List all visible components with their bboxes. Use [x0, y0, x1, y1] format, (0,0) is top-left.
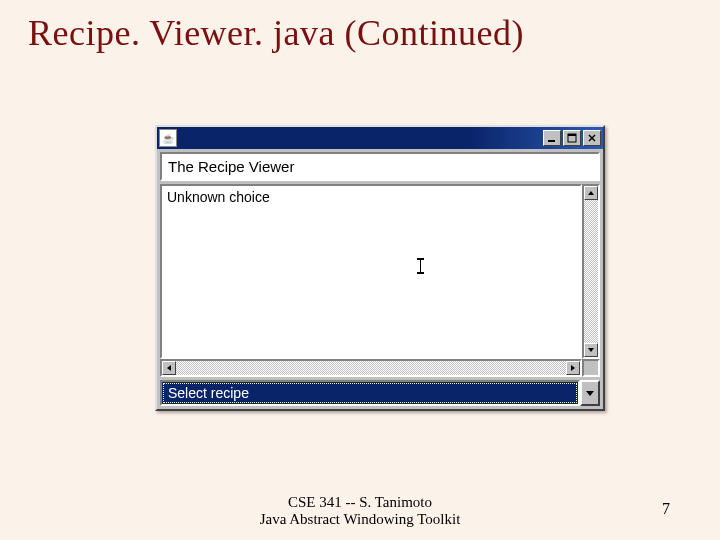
recipe-textarea[interactable]: Unknown choice — [160, 184, 582, 359]
textarea-container: Unknown choice — [160, 184, 600, 359]
select-value: Select recipe — [163, 383, 577, 403]
minimize-icon — [547, 133, 557, 143]
svg-rect-2 — [568, 134, 576, 136]
chevron-down-icon — [585, 388, 595, 398]
footer-line-2: Java Abstract Windowing Toolkit — [0, 511, 720, 528]
horizontal-scroll-track[interactable] — [176, 361, 566, 375]
svg-marker-8 — [571, 365, 575, 371]
hscroll-row — [160, 359, 600, 377]
arrow-up-icon — [587, 189, 595, 197]
scroll-corner — [582, 359, 600, 377]
scroll-right-button[interactable] — [566, 361, 580, 375]
close-icon — [587, 133, 597, 143]
footer-line-1: CSE 341 -- S. Tanimoto — [0, 494, 720, 511]
maximize-icon — [567, 133, 577, 143]
slide-title: Recipe. Viewer. java (Continued) — [0, 0, 720, 54]
java-cup-icon: ☕ — [159, 129, 177, 147]
svg-marker-5 — [588, 191, 594, 195]
textarea-content: Unknown choice — [167, 189, 270, 205]
java-app-window: ☕ The Recipe Viewer Unknown choice — [155, 125, 605, 411]
page-number: 7 — [662, 500, 670, 518]
app-header-label: The Recipe Viewer — [160, 152, 600, 181]
titlebar[interactable]: ☕ — [157, 127, 603, 149]
svg-rect-0 — [548, 140, 555, 142]
maximize-button[interactable] — [563, 130, 581, 146]
arrow-down-icon — [587, 346, 595, 354]
close-button[interactable] — [583, 130, 601, 146]
minimize-button[interactable] — [543, 130, 561, 146]
arrow-right-icon — [569, 364, 577, 372]
select-dropdown-button[interactable] — [580, 380, 600, 406]
slide-footer: CSE 341 -- S. Tanimoto Java Abstract Win… — [0, 494, 720, 528]
scroll-down-button[interactable] — [584, 343, 598, 357]
arrow-left-icon — [165, 364, 173, 372]
svg-marker-6 — [588, 348, 594, 352]
scroll-up-button[interactable] — [584, 186, 598, 200]
svg-marker-7 — [167, 365, 171, 371]
recipe-select[interactable]: Select recipe — [160, 380, 600, 406]
client-area: The Recipe Viewer Unknown choice — [157, 149, 603, 409]
svg-marker-9 — [586, 391, 594, 396]
select-display[interactable]: Select recipe — [160, 380, 580, 406]
vertical-scrollbar[interactable] — [582, 184, 600, 359]
scroll-left-button[interactable] — [162, 361, 176, 375]
text-cursor-icon — [417, 258, 424, 274]
horizontal-scrollbar[interactable] — [160, 359, 582, 377]
vertical-scroll-track[interactable] — [584, 200, 598, 343]
